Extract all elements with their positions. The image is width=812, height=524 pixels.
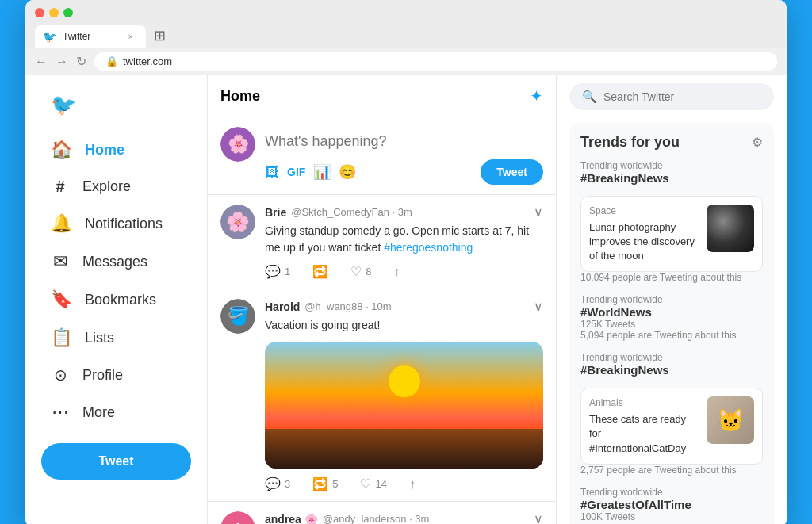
tweet-button[interactable]: Tweet xyxy=(41,443,191,480)
tab-favicon: 🐦 xyxy=(43,30,56,43)
sidebar-label-notifications: Notifications xyxy=(85,216,163,232)
trend-count: 100K Tweets xyxy=(580,511,763,522)
retweet-action[interactable]: 🔁 5 xyxy=(312,476,338,491)
like-action[interactable]: ♡ 8 xyxy=(350,264,371,279)
trend-card: Space Lunar photography improves the dis… xyxy=(580,196,763,272)
tweet-header: andrea 🌸 @andy_landerson · 3m ∨ xyxy=(265,511,543,524)
trend-item[interactable]: Space Lunar photography improves the dis… xyxy=(580,196,763,283)
tweet-avatar[interactable]: A xyxy=(220,511,255,524)
compose-box: 🌸 🖼 GIF 📊 😊 Tweet xyxy=(208,117,556,195)
compose-tweet-button[interactable]: Tweet xyxy=(481,159,543,185)
browser-chrome: 🐦 Twitter × ⊞ xyxy=(25,0,787,48)
tab-bar: 🐦 Twitter × ⊞ xyxy=(35,24,777,48)
refresh-button[interactable]: ↻ xyxy=(76,54,86,69)
share-icon: ↑ xyxy=(409,477,416,491)
profile-icon: ⊙ xyxy=(51,365,70,384)
sidebar-item-messages[interactable]: ✉ Messages xyxy=(41,243,191,280)
sidebar-item-more[interactable]: ⋯ More xyxy=(41,394,191,430)
feed-header: Home ✦ xyxy=(208,75,556,117)
mail-icon: ✉ xyxy=(51,251,70,272)
more-icon: ⋯ xyxy=(51,402,70,423)
reply-action[interactable]: 💬 3 xyxy=(265,476,290,491)
tweet-item: A andrea 🌸 @andy_landerson · 3m ∨ How ma… xyxy=(208,502,556,524)
search-input[interactable] xyxy=(603,90,761,103)
close-dot[interactable] xyxy=(35,8,44,17)
trend-category: Trending worldwide xyxy=(580,294,763,305)
retweet-action[interactable]: 🔁 xyxy=(312,264,328,279)
search-box[interactable]: 🔍 xyxy=(569,83,774,110)
forward-button[interactable]: → xyxy=(56,55,68,69)
like-action[interactable]: ♡ 14 xyxy=(360,476,386,491)
tweet-user: Harold @h_wang88 · 10m xyxy=(265,300,392,313)
tweet-text: Vacation is going great! xyxy=(265,317,543,334)
address-bar-row: ← → ↻ 🔒 twitter.com xyxy=(25,48,787,75)
share-action[interactable]: ↑ xyxy=(393,265,400,279)
like-count: 14 xyxy=(375,478,386,490)
feed-title: Home xyxy=(220,88,260,105)
sidebar-label-more: More xyxy=(82,404,115,421)
tweet-image xyxy=(265,342,543,469)
trend-item[interactable]: Trending worldwide #BreakingNews xyxy=(580,352,763,377)
tweet-name: Brie xyxy=(265,206,286,219)
trend-item[interactable]: Animals These cats are ready for #Intern… xyxy=(580,388,763,475)
maximize-dot[interactable] xyxy=(63,8,73,17)
trend-category: Trending worldwide xyxy=(580,160,763,171)
tweet-avatar[interactable]: 🌸 xyxy=(220,205,255,239)
twitter-logo: 🐦 xyxy=(41,88,191,122)
bell-icon: 🔔 xyxy=(51,213,72,234)
sidebar-item-explore[interactable]: # Explore xyxy=(41,170,191,204)
address-bar[interactable]: 🔒 twitter.com xyxy=(94,52,777,71)
tweet-menu-icon[interactable]: ∨ xyxy=(534,511,543,524)
tweet-avatar[interactable]: 🪣 xyxy=(220,299,255,334)
reply-count: 3 xyxy=(285,478,290,490)
sidebar-item-home[interactable]: 🏠 Home xyxy=(41,132,191,168)
browser-window: 🐦 Twitter × ⊞ ← → ↻ 🔒 twitter.com 🐦 🏠 Ho… xyxy=(25,0,787,524)
active-tab[interactable]: 🐦 Twitter × xyxy=(35,25,146,48)
trend-about: 5,094 people are Tweeting about this xyxy=(580,330,763,341)
emoji-icon[interactable]: 😊 xyxy=(339,163,356,181)
compose-input[interactable] xyxy=(265,127,543,156)
tweet-item: 🪣 Harold @h_wang88 · 10m ∨ Vacation is g… xyxy=(208,289,556,502)
tweet-menu-icon[interactable]: ∨ xyxy=(534,205,543,220)
share-action[interactable]: ↑ xyxy=(409,477,416,491)
explore-icon: # xyxy=(51,178,70,196)
tweet-handle: @h_wang88 · 10m xyxy=(304,300,391,312)
sidebar: 🐦 🏠 Home # Explore 🔔 Notifications ✉ Mes… xyxy=(25,75,208,524)
reply-icon: 💬 xyxy=(265,264,281,279)
tweet-name: andrea 🌸 xyxy=(265,513,318,525)
tweet-content: andrea 🌸 @andy_landerson · 3m ∨ How many… xyxy=(265,511,543,524)
settings-icon[interactable]: ⚙ xyxy=(752,135,763,150)
tweet-menu-icon[interactable]: ∨ xyxy=(534,299,543,314)
tab-close-btn[interactable]: × xyxy=(128,32,133,41)
gif-icon[interactable]: GIF xyxy=(287,166,305,178)
trend-hashtag: #BreakingNews xyxy=(580,363,763,377)
sidebar-item-bookmarks[interactable]: 🔖 Bookmarks xyxy=(41,281,191,318)
trend-item[interactable]: Trending worldwide #WorldNews 125K Tweet… xyxy=(580,294,763,341)
retweet-count: 5 xyxy=(332,478,338,490)
sidebar-item-profile[interactable]: ⊙ Profile xyxy=(41,358,191,392)
sparkle-icon[interactable]: ✦ xyxy=(530,86,543,105)
tweet-handle: @Sktch_ComedyFan · 3m xyxy=(291,206,412,218)
sidebar-label-bookmarks: Bookmarks xyxy=(85,292,156,308)
user-avatar: 🌸 xyxy=(220,127,255,162)
trend-category: Trending worldwide xyxy=(580,487,763,498)
image-icon[interactable]: 🖼 xyxy=(265,164,279,181)
bookmark-icon: 🔖 xyxy=(51,289,72,310)
minimize-dot[interactable] xyxy=(49,8,59,17)
tweet-user: andrea 🌸 @andy_landerson · 3m xyxy=(265,513,429,525)
sidebar-item-lists[interactable]: 📋 Lists xyxy=(41,319,191,356)
trend-card-text: Space Lunar photography improves the dis… xyxy=(589,205,699,263)
trend-item[interactable]: Trending worldwide #GreatestOfAllTime 10… xyxy=(580,487,763,524)
sidebar-item-notifications[interactable]: 🔔 Notifications xyxy=(41,205,191,242)
trend-item[interactable]: Trending worldwide #BreakingNews xyxy=(580,160,763,185)
poll-icon[interactable]: 📊 xyxy=(313,163,331,181)
reply-icon: 💬 xyxy=(265,476,281,491)
tweet-hashtag[interactable]: #heregoesnothing xyxy=(384,241,473,254)
right-sidebar: 🔍 Trends for you ⚙ Trending worldwide #B… xyxy=(557,75,787,524)
list-icon: 📋 xyxy=(51,327,72,348)
main-feed: Home ✦ 🌸 🖼 GIF 📊 😊 Tweet xyxy=(208,75,557,524)
new-tab-btn[interactable]: ⊞ xyxy=(146,24,174,48)
tweet-actions: 💬 1 🔁 ♡ 8 ↑ xyxy=(265,264,543,279)
reply-action[interactable]: 💬 1 xyxy=(265,264,290,279)
back-button[interactable]: ← xyxy=(35,55,48,69)
